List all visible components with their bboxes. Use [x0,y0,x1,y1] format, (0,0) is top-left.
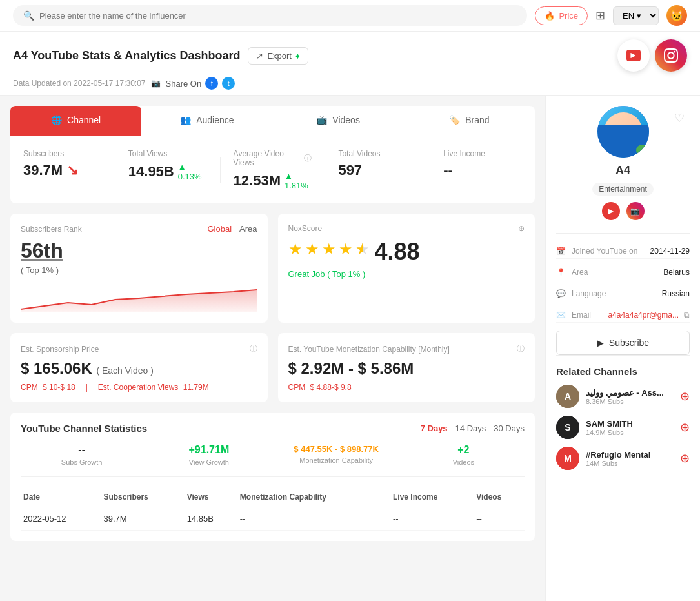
profile-avatar: ✓ [597,106,649,158]
col-monetization: Monetization Capability [237,487,390,507]
page-title: A4 YouTube Stats & Analytics Dashboard [13,49,240,63]
email-icon: ✉️ [556,311,566,320]
tab-bar: 🌐 Channel 👥 Audience 📺 Videos 🏷️ Brand [10,106,535,136]
left-panel: 🌐 Channel 👥 Audience 📺 Videos 🏷️ Brand S… [0,96,545,601]
tab-brand[interactable]: 🏷️ Brand [404,106,535,136]
summary-subs-growth: -- Subs Growth [21,444,143,466]
brand-icon: 🏷️ [449,115,460,125]
audience-icon: 👥 [180,115,191,125]
summary-grid: -- Subs Growth +91.71M View Growth $ 447… [21,444,525,477]
tab-channel[interactable]: 🌐 Channel [10,106,141,136]
data-updated-text: Data Updated on 2022-05-17 17:30:07 [13,79,146,88]
language-select[interactable]: EN ▾ [613,6,659,25]
profile-youtube-icon[interactable]: ▶ [602,202,620,220]
related-avatar-0: A [556,385,579,408]
email-value[interactable]: a4a4a4a4pr@gma... [608,311,679,320]
table-row: 2022-05-12 39.7M 14.85B -- -- -- [21,507,525,531]
col-videos: Videos [474,487,525,507]
filter-14days[interactable]: 14 Days [455,423,486,433]
tab-audience[interactable]: 👥 Audience [141,106,272,136]
filter-30days[interactable]: 30 Days [494,423,525,433]
add-channel-2-button[interactable]: ⊕ [680,451,690,465]
info-email: ✉️ Email a4a4a4a4pr@gma... ⧉ [556,308,690,323]
related-avatar-1: S [556,416,579,439]
subscribers-label: Subscribers [23,149,102,158]
monetization-range: $ 2.92M - $ 5.86M [288,360,525,378]
rank-pct: ( Top 1% ) [21,265,257,275]
monetization-info-icon[interactable]: ⓘ [517,343,525,354]
avg-views-info-icon[interactable]: ⓘ [304,153,312,164]
export-label: Export [267,51,292,61]
search-input[interactable] [39,11,517,21]
info-area: 📍 Area Belarus [556,265,690,280]
col-views: Views [185,487,237,507]
cards-grid: Subscribers Rank Global Area 56th ( Top … [10,214,535,402]
profile-section: ♡ ✓ A4 Entertainment ▶ 📷 [556,106,690,234]
cooperation-views: 11.79M [183,383,209,392]
tab-videos[interactable]: 📺 Videos [273,106,404,136]
copy-icon[interactable]: ⧉ [684,311,690,320]
right-panel: ♡ ✓ A4 Entertainment ▶ 📷 📅 Joined YouTub… [545,96,700,601]
user-avatar[interactable]: 🐱 [666,5,687,26]
search-bar[interactable]: 🔍 [13,5,527,26]
cpm-value: $ 10-$ 18 [43,383,75,392]
facebook-icon[interactable]: f [205,77,218,90]
stat-total-videos: Total Videos 597 [338,149,417,190]
price-label: Price [559,11,578,21]
calendar-icon: 📅 [556,247,566,256]
monetization-card: Est. YouTube Monetization Capability [Mo… [278,333,535,402]
channel-stats-title: YouTube Channel Statistics [21,423,147,434]
related-channel-2[interactable]: M #Refugio Mental 14M Subs ⊕ [556,447,690,470]
info-language: 💬 Language Russian [556,287,690,301]
fire-icon: 🔥 [545,11,555,21]
svg-text:A: A [565,391,571,402]
twitter-icon[interactable]: t [222,77,235,90]
instagram-header-icon[interactable] [655,39,687,72]
search-icon: 🔍 [23,10,34,21]
export-button[interactable]: ↗ Export ♦ [248,47,308,65]
filter-7days[interactable]: 7 Days [421,423,448,433]
grid-icon[interactable]: ⊞ [595,8,605,23]
subscribe-button[interactable]: ▶ Subscribe [556,331,690,355]
star-rating: ★ ★ ★ ★ ★ ★ [288,240,370,258]
related-avatar-2: M [556,447,579,470]
nox-settings-icon[interactable]: ⊕ [518,224,525,233]
avatar-emoji: 🐱 [670,10,683,22]
area-link[interactable]: Area [239,224,257,234]
trend-icon: ↘ [66,162,78,179]
stat-subscribers: Subscribers 39.7M ↘ [23,149,102,190]
related-channel-1[interactable]: S SAM SMITH 14.9M Subs ⊕ [556,416,690,439]
page-title-bar: A4 YouTube Stats & Analytics Dashboard ↗… [0,32,700,96]
channel-icon: 🌐 [51,115,62,125]
col-date: Date [21,487,101,507]
wishlist-button[interactable]: ♡ [674,111,685,125]
profile-name: A4 [556,164,690,178]
summary-view-growth: +91.71M View Growth [148,444,270,466]
yt-play-icon: ▶ [597,338,604,348]
price-button[interactable]: 🔥 Price [535,6,588,25]
add-channel-0-button[interactable]: ⊕ [680,389,690,403]
subscribers-value: 39.7M [23,162,63,179]
main-layout: 🌐 Channel 👥 Audience 📺 Videos 🏷️ Brand S… [0,96,700,601]
nox-card: NoxScore ⊕ ★ ★ ★ ★ ★ ★ 4.88 [278,214,535,323]
stats-card: Subscribers 39.7M ↘ Total Views 14.95B ▲… [10,136,535,203]
verified-badge: ✓ [636,145,648,156]
videos-icon: 📺 [316,115,327,125]
nox-label: Great Job ( Top 1% ) [288,269,525,279]
related-channel-0[interactable]: A عصومي ووليد - Ass... 8.36M Subs ⊕ [556,385,690,408]
summary-monetization: $ 447.55K - $ 898.77K Monetization Capab… [275,444,397,466]
diamond-icon: ♦ [295,51,300,61]
add-channel-1-button[interactable]: ⊕ [680,420,690,434]
export-icon: ↗ [256,51,263,61]
youtube-header-icon[interactable] [617,39,650,72]
profile-instagram-icon[interactable]: 📷 [626,202,645,220]
global-link[interactable]: Global [207,224,232,234]
nox-score: 4.88 [375,238,420,265]
info-joined: 📅 Joined YouTube on 2014-11-29 [556,244,690,259]
time-filters: 7 Days 14 Days 30 Days [421,423,525,433]
camera-icon: 📷 [151,79,161,88]
sponsorship-info-icon[interactable]: ⓘ [250,343,257,354]
stat-total-views: Total Views 14.95B ▲ 0.13% [128,149,207,190]
separator: | [86,383,88,392]
col-subscribers: Subscribers [101,487,184,507]
